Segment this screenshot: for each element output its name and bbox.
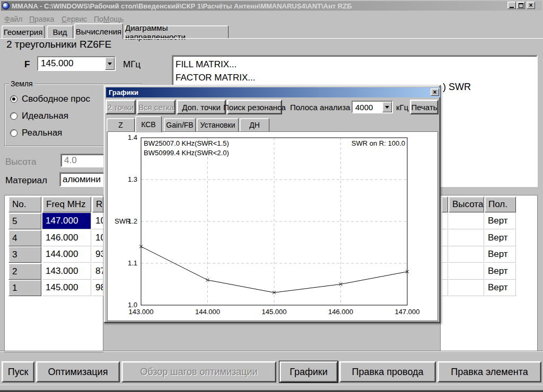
graphs-dialog: Графики × 2 точки Вся сетка Доп. точки П… bbox=[103, 85, 441, 323]
extra-points-button[interactable]: Доп. точки bbox=[177, 100, 226, 114]
cell-r[interactable]: 87 bbox=[92, 263, 103, 280]
cell-partial[interactable] bbox=[442, 280, 448, 296]
svg-text:1.4: 1.4 bbox=[128, 133, 137, 141]
cell-partial[interactable] bbox=[442, 246, 448, 263]
cell-height[interactable] bbox=[449, 230, 484, 246]
edit-wire-button[interactable]: Правка провода bbox=[339, 361, 436, 382]
full-grid-button[interactable]: Вся сетка bbox=[137, 100, 176, 114]
row-header[interactable]: 2 bbox=[8, 263, 41, 280]
column-header-height[interactable]: Высота bbox=[449, 197, 484, 212]
restore-button[interactable] bbox=[516, 2, 525, 9]
minimize-icon bbox=[510, 7, 514, 8]
optimization-steps-button[interactable]: Обзор шагов оптимизации bbox=[121, 361, 276, 382]
cell-height[interactable] bbox=[449, 246, 484, 263]
print-button[interactable]: Печать bbox=[410, 100, 439, 114]
radio-ideal-ground[interactable]: Идеальная bbox=[10, 111, 68, 121]
cell-freq[interactable]: 147.000 bbox=[42, 213, 91, 229]
tab-geometry[interactable]: Геометрия bbox=[2, 25, 45, 39]
cell-freq[interactable]: 143.000 bbox=[42, 263, 91, 280]
frequency-dropdown-button[interactable] bbox=[105, 57, 115, 70]
dialog-tab-pattern[interactable]: ДН bbox=[240, 118, 269, 132]
cell-r[interactable]: 93 bbox=[92, 246, 103, 263]
radio-icon[interactable] bbox=[10, 112, 17, 120]
cell-freq[interactable]: 146.000 bbox=[42, 230, 91, 246]
menu-file[interactable]: Файл bbox=[4, 14, 22, 24]
cell-pol[interactable]: Верт bbox=[485, 246, 516, 263]
ground-groupbox-title: Земля bbox=[9, 79, 34, 88]
column-header-no[interactable]: No. bbox=[8, 197, 41, 212]
row-header[interactable]: 5 bbox=[8, 213, 41, 229]
cell-partial[interactable] bbox=[442, 230, 448, 246]
bottom-separator bbox=[0, 351, 543, 352]
cell-freq[interactable]: 145.000 bbox=[42, 280, 91, 296]
svg-text:147.000: 147.000 bbox=[395, 308, 420, 316]
menu-service[interactable]: Сервис bbox=[62, 14, 87, 24]
radio-icon[interactable] bbox=[10, 95, 17, 103]
close-button[interactable]: × bbox=[527, 2, 535, 9]
cell-pol[interactable]: Верт bbox=[485, 230, 516, 246]
height-label: Высота bbox=[5, 157, 36, 167]
column-header-pol[interactable]: Пол. bbox=[485, 197, 516, 212]
minimize-button[interactable] bbox=[507, 2, 516, 9]
band-dropdown-button[interactable] bbox=[382, 102, 392, 112]
row-header[interactable]: 4 bbox=[8, 230, 41, 246]
column-header-freq[interactable]: Freq MHz bbox=[42, 197, 91, 212]
dialog-tab-z[interactable]: Z bbox=[107, 118, 135, 132]
graphs-button[interactable]: Графики bbox=[279, 361, 338, 382]
band-value[interactable]: 4000 bbox=[353, 102, 382, 112]
dialog-title: Графики bbox=[109, 88, 138, 96]
column-header-partial[interactable] bbox=[442, 197, 448, 212]
frequency-combobox[interactable]: 145.000 bbox=[37, 56, 116, 71]
start-button[interactable]: Пуск bbox=[2, 361, 34, 382]
band-label: Полоса анализа bbox=[290, 103, 350, 112]
radio-icon[interactable] bbox=[10, 129, 17, 137]
band-combobox[interactable]: 4000 bbox=[352, 101, 393, 113]
cell-pol[interactable]: Верт bbox=[485, 213, 516, 229]
radio-real-ground[interactable]: Реальная bbox=[10, 128, 62, 138]
cell-r[interactable]: 10 bbox=[92, 213, 103, 229]
cell-r[interactable]: 10 bbox=[92, 230, 103, 246]
dialog-tab-gainfb[interactable]: Gain/FB bbox=[164, 118, 196, 132]
svg-text:BW25007.0 KHz(SWR<1.5): BW25007.0 KHz(SWR<1.5) bbox=[144, 139, 229, 147]
find-resonance-button[interactable]: Поиск резонанса bbox=[227, 100, 282, 114]
column-header-r[interactable]: R bbox=[92, 197, 103, 212]
tab-view[interactable]: Вид bbox=[47, 25, 73, 39]
antenna-name: 2 треугольники RZ6FE bbox=[6, 39, 111, 50]
dialog-close-button[interactable]: × bbox=[431, 88, 439, 96]
dialog-titlebar[interactable]: Графики bbox=[106, 87, 440, 97]
cell-pol[interactable]: Верт bbox=[485, 263, 516, 280]
cell-height[interactable] bbox=[449, 213, 484, 229]
tab-calculations[interactable]: Вычисления bbox=[74, 23, 123, 39]
menu-help[interactable]: ПоМощь bbox=[94, 14, 124, 24]
edit-element-button[interactable]: Правка элемента bbox=[437, 361, 541, 382]
dialog-tab-settings[interactable]: Установки bbox=[197, 118, 239, 132]
svg-text:SWR: SWR bbox=[115, 217, 130, 225]
svg-text:BW50999.4 KHz(SWR<2.0): BW50999.4 KHz(SWR<2.0) bbox=[144, 149, 229, 157]
log-line: FILL MATRIX... bbox=[176, 58, 534, 71]
restore-icon bbox=[519, 3, 523, 8]
dialog-tab-swr[interactable]: КСВ bbox=[135, 116, 162, 132]
cell-pol[interactable]: Верт bbox=[485, 280, 516, 296]
cell-freq[interactable]: 144.000 bbox=[42, 246, 91, 263]
window-titlebar[interactable]: MMANA - C:\WINDOWS\Рабочий стол\Введенск… bbox=[1, 1, 542, 11]
row-header[interactable]: 1 bbox=[8, 280, 41, 296]
cell-height[interactable] bbox=[449, 280, 484, 296]
swr-chart: 1.01.11.21.31.4143.000144.000145.000146.… bbox=[108, 132, 439, 322]
cell-r[interactable]: 98 bbox=[92, 280, 103, 296]
svg-text:143.000: 143.000 bbox=[129, 308, 154, 316]
svg-text:145.000: 145.000 bbox=[262, 308, 287, 316]
frequency-value[interactable]: 145.000 bbox=[38, 57, 105, 70]
radio-free-space[interactable]: Свободное прос bbox=[10, 94, 90, 104]
menu-edit[interactable]: Правка bbox=[29, 14, 54, 24]
window-title: MMANA - C:\WINDOWS\Рабочий стол\Введенск… bbox=[12, 2, 352, 10]
two-points-button[interactable]: 2 точки bbox=[106, 100, 136, 114]
row-header[interactable]: 3 bbox=[8, 246, 41, 263]
cell-partial[interactable] bbox=[442, 263, 448, 280]
tab-patterns[interactable]: Диаграммы направленности bbox=[125, 25, 229, 39]
frequency-label: F bbox=[24, 59, 30, 70]
material-label: Материал bbox=[5, 175, 47, 186]
optimization-button[interactable]: Оптимизация bbox=[36, 361, 120, 382]
swr-chart-panel: 1.01.11.21.31.4143.000144.000145.000146.… bbox=[107, 131, 438, 321]
cell-partial[interactable] bbox=[442, 213, 448, 229]
cell-height[interactable] bbox=[449, 263, 484, 280]
